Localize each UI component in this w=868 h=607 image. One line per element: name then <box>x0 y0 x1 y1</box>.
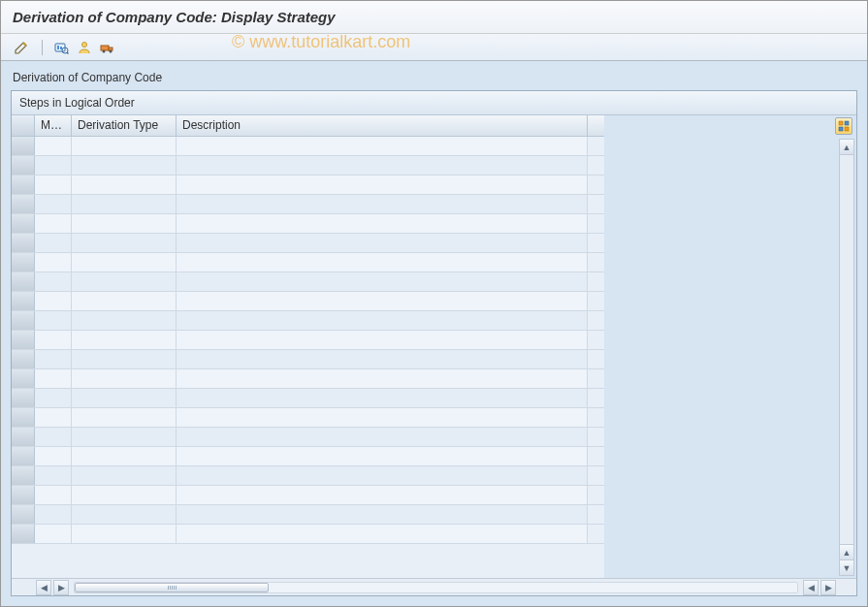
cell-description[interactable] <box>177 505 588 524</box>
cell-description[interactable] <box>177 466 588 485</box>
cell-ma[interactable] <box>35 176 72 194</box>
cell-ma[interactable] <box>35 350 72 368</box>
cell-description[interactable] <box>177 176 588 194</box>
row-selector[interactable] <box>12 466 35 485</box>
cell-description[interactable] <box>177 137 588 155</box>
table-row[interactable] <box>12 466 604 486</box>
table-row[interactable] <box>12 195 604 214</box>
cell-description[interactable] <box>177 331 588 349</box>
cell-derivation-type[interactable] <box>72 408 177 427</box>
scroll-down2-icon[interactable]: ▼ <box>840 559 853 575</box>
cell-derivation-type[interactable] <box>72 156 177 175</box>
cell-ma[interactable] <box>35 292 72 310</box>
cell-derivation-type[interactable] <box>72 195 177 213</box>
cell-description[interactable] <box>177 369 588 388</box>
row-selector[interactable] <box>12 428 35 446</box>
cell-derivation-type[interactable] <box>72 176 177 194</box>
user-icon[interactable] <box>74 38 95 57</box>
table-row[interactable] <box>12 137 604 156</box>
cell-description[interactable] <box>177 272 588 291</box>
cell-derivation-type[interactable] <box>72 447 177 465</box>
table-row[interactable] <box>12 176 604 195</box>
scroll-right-icon[interactable]: ▶ <box>53 580 69 595</box>
table-row[interactable] <box>12 389 604 408</box>
row-selector[interactable] <box>12 389 35 407</box>
cell-description[interactable] <box>177 234 588 252</box>
row-selector[interactable] <box>12 486 35 504</box>
row-selector[interactable] <box>12 505 35 524</box>
cell-ma[interactable] <box>35 369 72 388</box>
cell-description[interactable] <box>177 447 588 465</box>
table-row[interactable] <box>12 486 604 505</box>
row-selector[interactable] <box>12 137 35 155</box>
table-row[interactable] <box>12 350 604 369</box>
table-row[interactable] <box>12 253 604 272</box>
table-row[interactable] <box>12 369 604 389</box>
cell-description[interactable] <box>177 408 588 427</box>
table-row[interactable] <box>12 214 604 234</box>
table-row[interactable] <box>12 447 604 466</box>
row-selector[interactable] <box>12 156 35 175</box>
horizontal-scroll-thumb[interactable] <box>75 583 269 592</box>
row-selector[interactable] <box>12 311 35 330</box>
change-icon[interactable] <box>11 38 32 57</box>
table-row[interactable] <box>12 272 604 292</box>
cell-ma[interactable] <box>35 137 72 155</box>
cell-description[interactable] <box>177 292 588 310</box>
scroll-down-icon[interactable]: ▲ <box>840 544 853 559</box>
row-selector[interactable] <box>12 234 35 252</box>
cell-description[interactable] <box>177 156 588 175</box>
cell-derivation-type[interactable] <box>72 331 177 349</box>
cell-derivation-type[interactable] <box>72 272 177 291</box>
select-all-header[interactable] <box>12 115 35 136</box>
row-selector[interactable] <box>12 350 35 368</box>
row-selector[interactable] <box>12 176 35 194</box>
scroll-up-icon[interactable]: ▲ <box>840 140 853 155</box>
cell-description[interactable] <box>177 311 588 330</box>
cell-ma[interactable] <box>35 447 72 465</box>
table-row[interactable] <box>12 428 604 447</box>
cell-ma[interactable] <box>35 214 72 233</box>
row-selector[interactable] <box>12 525 35 543</box>
cell-derivation-type[interactable] <box>72 253 177 272</box>
vertical-scrollbar[interactable]: ▲ ▲ ▼ <box>839 139 854 576</box>
row-selector[interactable] <box>12 447 35 465</box>
cell-ma[interactable] <box>35 156 72 175</box>
column-header-ma[interactable]: Ma... <box>35 115 72 136</box>
cell-ma[interactable] <box>35 389 72 407</box>
table-row[interactable] <box>12 156 604 176</box>
cell-derivation-type[interactable] <box>72 486 177 504</box>
row-selector[interactable] <box>12 408 35 427</box>
cell-description[interactable] <box>177 214 588 233</box>
column-header-description[interactable]: Description <box>177 115 588 136</box>
scroll-left2-icon[interactable]: ◀ <box>803 580 819 595</box>
table-row[interactable] <box>12 311 604 331</box>
cell-ma[interactable] <box>35 253 72 272</box>
cell-ma[interactable] <box>35 466 72 485</box>
cell-description[interactable] <box>177 389 588 407</box>
cell-ma[interactable] <box>35 272 72 291</box>
table-row[interactable] <box>12 234 604 253</box>
cell-ma[interactable] <box>35 234 72 252</box>
table-settings-icon[interactable] <box>835 117 852 135</box>
row-selector[interactable] <box>12 195 35 213</box>
transport-icon[interactable] <box>97 38 118 57</box>
scroll-right2-icon[interactable]: ▶ <box>820 580 836 595</box>
cell-derivation-type[interactable] <box>72 389 177 407</box>
cell-ma[interactable] <box>35 195 72 213</box>
cell-description[interactable] <box>177 428 588 446</box>
table-row[interactable] <box>12 505 604 525</box>
cell-derivation-type[interactable] <box>72 466 177 485</box>
analyze-icon[interactable] <box>50 38 72 57</box>
table-row[interactable] <box>12 292 604 311</box>
scroll-left-icon[interactable]: ◀ <box>36 580 51 595</box>
row-selector[interactable] <box>12 214 35 233</box>
cell-derivation-type[interactable] <box>72 137 177 155</box>
cell-description[interactable] <box>177 253 588 272</box>
cell-ma[interactable] <box>35 525 72 543</box>
cell-description[interactable] <box>177 486 588 504</box>
table-row[interactable] <box>12 331 604 350</box>
row-selector[interactable] <box>12 292 35 310</box>
row-selector[interactable] <box>12 253 35 272</box>
cell-ma[interactable] <box>35 311 72 330</box>
